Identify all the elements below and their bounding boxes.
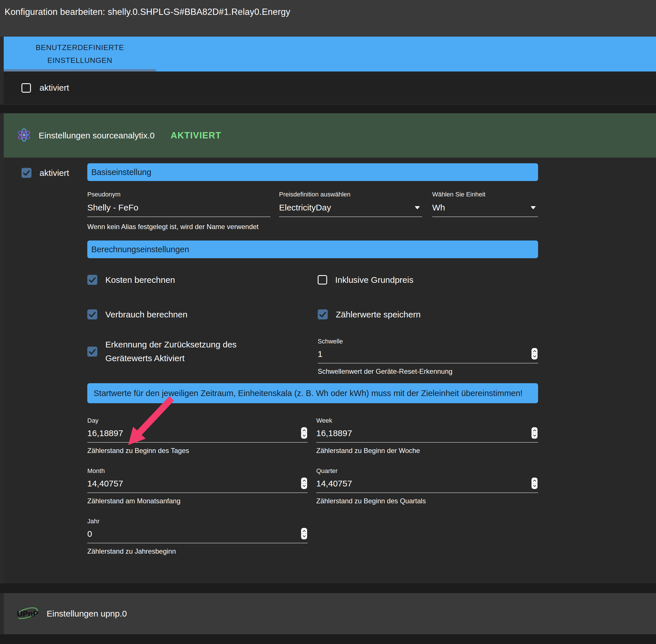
unit-field: Wählen Sie Einheit Wh [432, 191, 538, 232]
price-definition-select[interactable]: ElectricityDay [279, 203, 422, 217]
global-enable-section: aktiviert [4, 71, 656, 105]
reset-detect-label: Erkennung der Zurücksetzung des Gerätewe… [105, 338, 271, 365]
price-definition-label: Preisdefinition auswählen [279, 191, 422, 198]
sourceanalytix-title: Einstellungen sourceanalytix.0 [39, 131, 155, 140]
unit-label: Wählen Sie Einheit [432, 191, 538, 198]
stepper-down-icon [533, 484, 536, 487]
number-stepper[interactable] [531, 427, 538, 439]
stepper-down-icon [303, 484, 306, 487]
number-stepper[interactable] [301, 528, 307, 539]
tab-custom-settings[interactable]: BENUTZERDEFINIERTE EINSTELLUNGEN [4, 37, 156, 71]
calc-row-1: Kosten berechnen Inklusive Grundpreis [87, 275, 656, 285]
tab-label-line1: BENUTZERDEFINIERTE [36, 43, 124, 52]
stepper-down-icon [303, 433, 306, 436]
tab-bar: BENUTZERDEFINIERTE EINSTELLUNGEN [4, 37, 656, 71]
pseudonym-helper: Wenn kein Alias festgelegt ist, wird der… [87, 222, 259, 232]
price-definition-value: ElectricityDay [279, 203, 422, 212]
start-values-grid: Day Zählerstand zu Beginn des Tages Week [87, 417, 656, 568]
pseudonym-field: Pseudonym Wenn kein Alias festgelegt ist… [87, 191, 270, 232]
day-label: Day [87, 417, 308, 424]
unit-value: Wh [432, 203, 538, 212]
stepper-up-icon [533, 480, 536, 483]
threshold-helper: Schwellenwert der Geräte-Reset-Erkennung [318, 367, 538, 375]
sourceanalytix-active-badge: AKTIVIERT [171, 131, 221, 141]
number-stepper[interactable] [531, 478, 538, 489]
save-meter-checkbox[interactable] [318, 309, 328, 319]
week-label: Week [316, 417, 538, 424]
start-values-banner: Startwerte für den jeweiligen Zeitraum, … [87, 383, 538, 403]
year-field: Jahr Zählerstand zu Jahresbeginn [87, 518, 308, 555]
stepper-down-icon [303, 534, 306, 537]
month-label: Month [87, 467, 308, 475]
stepper-up-icon [533, 429, 536, 432]
costs-checkbox[interactable] [87, 275, 97, 285]
month-input[interactable] [87, 479, 308, 488]
global-enable-checkbox[interactable] [21, 83, 31, 93]
section-divider [0, 105, 656, 113]
sourceanalytix-body: aktiviert Basiseinstellung Pseudonym Wen… [4, 158, 656, 583]
pseudonym-label: Pseudonym [87, 191, 270, 198]
quarter-label: Quarter [316, 467, 538, 475]
quarter-helper: Zählerstand zu Beginn des Quartals [316, 497, 538, 505]
base-fields-row: Pseudonym Wenn kein Alias festgelegt ist… [87, 191, 656, 232]
pseudonym-input[interactable] [87, 203, 270, 212]
week-field: Week Zählerstand zu Beginn der Woche [316, 417, 538, 455]
day-helper: Zählerstand zu Beginn des Tages [87, 447, 308, 455]
year-helper: Zählerstand zu Jahresbeginn [87, 547, 308, 555]
unit-select[interactable]: Wh [432, 203, 538, 217]
save-meter-label: Zählerwerte speichern [336, 310, 421, 319]
day-input[interactable] [87, 429, 308, 438]
number-stepper[interactable] [301, 427, 307, 439]
day-field: Day Zählerstand zu Beginn des Tages [87, 417, 308, 455]
dialog-titlebar: Konfiguration bearbeiten: shelly.0.SHPLG… [0, 0, 656, 37]
upnp-logo-icon: UPnP [14, 604, 40, 624]
month-field: Month Zählerstand am Monatsanfang [87, 467, 308, 505]
reset-detect-checkbox[interactable] [87, 347, 97, 356]
price-definition-field: Preisdefinition auswählen ElectricityDay [279, 191, 422, 232]
sourceanalytix-enable-label: aktiviert [40, 168, 69, 178]
week-input[interactable] [316, 429, 538, 438]
sourceanalytix-atom-icon [17, 128, 31, 143]
svg-text:UPnP: UPnP [17, 610, 38, 618]
stepper-up-icon [303, 530, 306, 533]
quarter-input[interactable] [316, 479, 538, 488]
number-stepper[interactable] [301, 478, 307, 489]
stepper-down-icon [533, 354, 536, 357]
stepper-up-icon [303, 429, 306, 432]
section-divider [0, 583, 656, 593]
tab-label-line2: EINSTELLUNGEN [47, 56, 112, 65]
base-price-checkbox[interactable] [318, 275, 327, 284]
chevron-down-icon [531, 206, 536, 209]
calc-row-3: Erkennung der Zurücksetzung des Gerätewe… [87, 338, 656, 375]
threshold-input[interactable] [318, 349, 538, 359]
section-header-calc: Berechnungseinstellungen [87, 240, 538, 258]
base-price-label: Inklusive Grundpreis [335, 275, 413, 285]
dialog-bottom-strip [0, 634, 656, 644]
sourceanalytix-enable-checkbox[interactable] [21, 168, 31, 178]
threshold-label: Schwelle [318, 338, 538, 345]
stepper-up-icon [533, 350, 536, 353]
stepper-down-icon [533, 433, 536, 436]
costs-label: Kosten berechnen [105, 275, 175, 285]
tab-active-indicator [4, 69, 156, 71]
quarter-field: Quarter Zählerstand zu Beginn des Quarta… [316, 467, 538, 505]
week-helper: Zählerstand zu Beginn der Woche [316, 447, 538, 455]
year-input[interactable] [87, 529, 308, 539]
upnp-header[interactable]: UPnP Einstellungen upnp.0 [4, 593, 656, 634]
year-label: Jahr [87, 518, 308, 525]
sourceanalytix-header[interactable]: Einstellungen sourceanalytix.0 AKTIVIERT [4, 113, 656, 158]
base-price-checkbox-row: Inklusive Grundpreis [318, 275, 538, 285]
number-stepper[interactable] [531, 348, 538, 360]
chevron-down-icon [415, 206, 420, 209]
costs-checkbox-row: Kosten berechnen [87, 275, 318, 285]
consumption-checkbox[interactable] [87, 309, 97, 319]
dialog-title: Konfiguration bearbeiten: shelly.0.SHPLG… [5, 7, 656, 17]
threshold-field: Schwelle Schwellenwert der Geräte-Reset-… [318, 338, 538, 375]
sourceanalytix-enable-row: aktiviert [21, 168, 69, 178]
save-meter-checkbox-row: Zählerwerte speichern [318, 309, 538, 319]
consumption-label: Verbrauch berechnen [105, 310, 188, 319]
consumption-checkbox-row: Verbrauch berechnen [87, 309, 318, 319]
upnp-title: Einstellungen upnp.0 [47, 609, 127, 619]
month-helper: Zählerstand am Monatsanfang [87, 497, 308, 505]
stepper-up-icon [303, 480, 306, 483]
